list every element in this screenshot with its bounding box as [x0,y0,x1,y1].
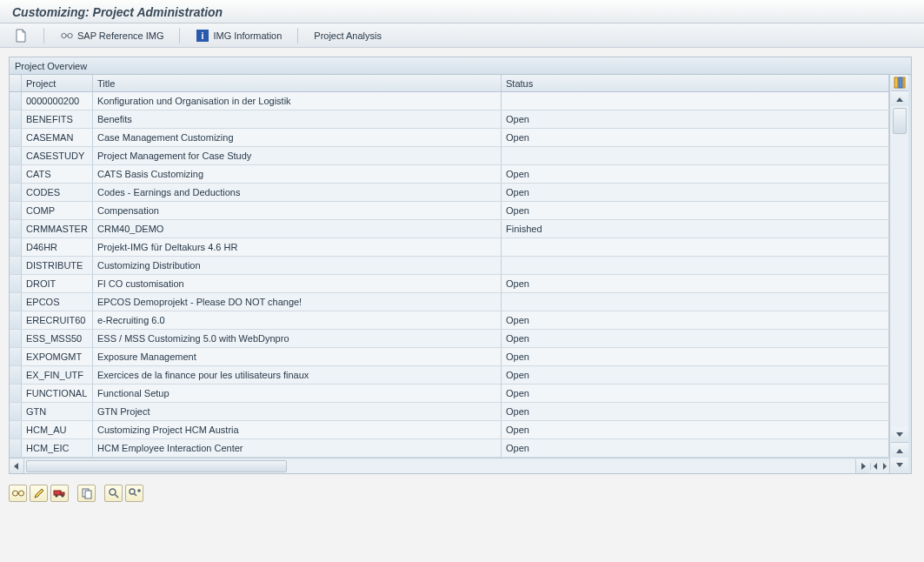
cell-title[interactable]: CATS Basis Customizing [93,165,502,183]
table-row[interactable]: EPCOSEPCOS Demoprojekt - Please DO NOT c… [10,293,889,311]
cell-project[interactable]: EPCOS [22,293,93,311]
cell-status[interactable] [502,257,889,274]
cell-project[interactable]: HCM_EIC [22,439,93,457]
table-row[interactable]: HCM_EICHCM Employee Interaction CenterOp… [10,439,889,458]
cell-project[interactable]: ESS_MSS50 [22,330,93,347]
row-selector[interactable] [10,275,22,292]
row-selector[interactable] [10,439,22,457]
cell-project[interactable]: COMP [22,202,93,219]
row-selector[interactable] [10,238,22,256]
cell-project[interactable]: 0000000200 [22,92,93,110]
find-button[interactable] [104,485,123,502]
cell-title[interactable]: Benefits [93,110,502,128]
cell-title[interactable]: Customizing Distribution [93,257,502,274]
table-row[interactable]: COMPCompensationOpen [10,202,889,220]
cell-title[interactable]: Exposure Management [93,348,502,365]
table-row[interactable]: HCM_AUCustomizing Project HCM AustriaOpe… [10,421,889,439]
cell-project[interactable]: CRMMASTER [22,220,93,238]
cell-title[interactable]: Customizing Project HCM Austria [93,421,502,438]
column-config-button[interactable] [891,75,908,91]
cell-project[interactable]: D46HR [22,238,93,256]
scroll-left-icon[interactable] [10,459,24,473]
table-row[interactable]: 0000000200Konfiguration und Organisation… [10,92,889,110]
cell-status[interactable]: Open [502,330,889,347]
cell-title[interactable]: ESS / MSS Customizing 5.0 with WebDynpro [93,330,502,347]
row-selector[interactable] [10,184,22,201]
edit-button[interactable] [30,485,48,502]
row-selector[interactable] [10,147,22,164]
cell-status[interactable]: Open [502,311,889,329]
table-row[interactable]: DISTRIBUTECustomizing Distribution [10,257,889,275]
column-header-status[interactable]: Status [502,75,889,91]
row-selector[interactable] [10,129,22,146]
row-selector[interactable] [10,366,22,384]
cell-status[interactable]: Open [502,385,889,402]
cell-status[interactable] [502,238,889,256]
cell-status[interactable]: Open [502,202,889,219]
scroll-right-icon[interactable] [855,459,870,473]
row-selector[interactable] [10,110,22,128]
cell-title[interactable]: Codes - Earnings and Deductions [93,184,502,201]
scroll-left2-icon[interactable] [871,463,881,470]
cell-project[interactable]: CATS [22,165,93,183]
row-selector[interactable] [10,421,22,438]
img-information-button[interactable]: i IMG Information [190,27,287,44]
row-selector-header[interactable] [10,75,22,91]
cell-title[interactable]: HCM Employee Interaction Center [93,439,502,457]
table-row[interactable]: CATSCATS Basis CustomizingOpen [10,165,889,184]
table-row[interactable]: CASEMANCase Management CustomizingOpen [10,129,889,147]
cell-status[interactable]: Open [502,129,889,146]
cell-title[interactable]: Project Management for Case Study [93,147,502,164]
cell-status[interactable] [502,147,889,164]
cell-project[interactable]: CODES [22,184,93,201]
row-selector[interactable] [10,92,22,110]
cell-title[interactable]: e-Recruiting 6.0 [93,311,502,329]
cell-project[interactable]: HCM_AU [22,421,93,438]
display-button[interactable] [9,485,27,502]
cell-title[interactable]: Compensation [93,202,502,219]
horizontal-scrollbar[interactable] [10,458,889,473]
scroll-up-icon[interactable] [891,91,908,106]
scroll-up2-icon[interactable] [891,442,908,458]
cell-title[interactable]: Functional Setup [93,385,502,402]
cell-project[interactable]: CASEMAN [22,129,93,146]
cell-status[interactable] [502,92,889,110]
table-row[interactable]: CASESTUDYProject Management for Case Stu… [10,147,889,165]
vertical-scrollbar[interactable] [889,75,908,473]
table-row[interactable]: ESS_MSS50ESS / MSS Customizing 5.0 with … [10,330,889,348]
column-header-title[interactable]: Title [93,75,502,91]
row-selector[interactable] [10,257,22,274]
table-row[interactable]: BENEFITSBenefitsOpen [10,110,889,129]
row-selector[interactable] [10,330,22,347]
sap-reference-img-button[interactable]: SAP Reference IMG [55,27,169,44]
scroll-right2-icon[interactable] [881,463,890,470]
cell-status[interactable]: Open [502,403,889,420]
v-scroll-track[interactable] [891,106,908,427]
cell-project[interactable]: EXPOMGMT [22,348,93,365]
cell-status[interactable]: Open [502,348,889,365]
row-selector[interactable] [10,220,22,238]
h-scroll-thumb[interactable] [26,460,287,472]
column-header-project[interactable]: Project [22,75,93,91]
row-selector[interactable] [10,293,22,311]
table-row[interactable]: CODESCodes - Earnings and DeductionsOpen [10,184,889,202]
row-selector[interactable] [10,311,22,329]
h-scroll-track[interactable] [24,459,855,473]
copy-button[interactable] [77,485,96,502]
cell-status[interactable]: Finished [502,220,889,238]
table-row[interactable]: DROITFI CO customisationOpen [10,275,889,293]
cell-status[interactable]: Open [502,421,889,438]
table-row[interactable]: EXPOMGMTExposure ManagementOpen [10,348,889,366]
cell-title[interactable]: FI CO customisation [93,275,502,292]
cell-project[interactable]: GTN [22,403,93,420]
cell-title[interactable]: EPCOS Demoprojekt - Please DO NOT change… [93,293,502,311]
row-selector[interactable] [10,202,22,219]
table-row[interactable]: GTNGTN ProjectOpen [10,403,889,421]
cell-status[interactable] [502,293,889,311]
find-next-button[interactable] [125,485,143,502]
cell-status[interactable]: Open [502,366,889,384]
scroll-down-icon[interactable] [891,427,908,442]
scroll-down2-icon[interactable] [891,458,908,473]
row-selector[interactable] [10,403,22,420]
cell-status[interactable]: Open [502,184,889,201]
